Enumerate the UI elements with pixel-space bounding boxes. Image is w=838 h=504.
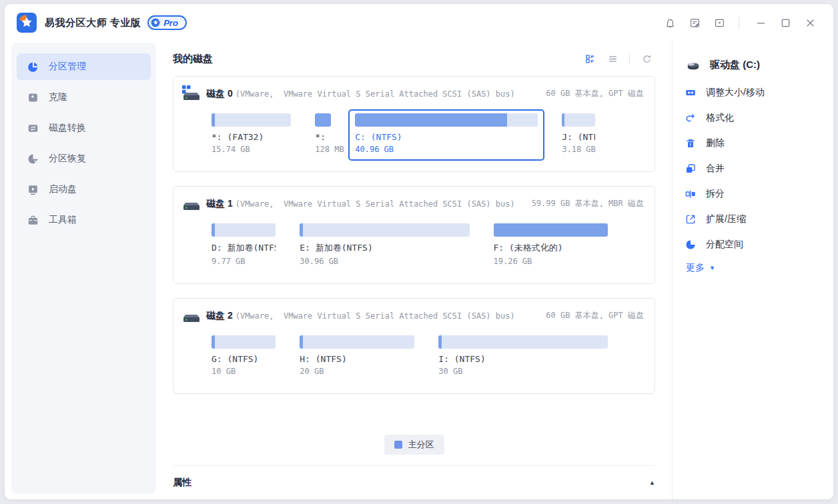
sidebar: 分区管理克隆磁盘转换分区恢复启动盘工具箱 bbox=[11, 43, 156, 494]
legend-label: 主分区 bbox=[408, 439, 434, 451]
action-format[interactable]: 格式化 bbox=[685, 105, 824, 131]
partition-used-fill bbox=[494, 223, 608, 237]
partition-bar[interactable] bbox=[300, 223, 469, 237]
maximize-button[interactable] bbox=[775, 13, 795, 33]
partition-bar[interactable] bbox=[494, 223, 608, 237]
partition-size: 30.96 GB bbox=[300, 257, 469, 266]
partition-block[interactable]: G: (NTFS)10 GB bbox=[205, 331, 282, 383]
chevron-down-icon: ▼ bbox=[709, 265, 715, 271]
partition-bar[interactable] bbox=[355, 113, 538, 127]
app-window: 易我分区大师 专业版 ★ Pro bbox=[4, 3, 834, 500]
partition-bar[interactable] bbox=[212, 223, 276, 237]
pro-label: Pro bbox=[163, 18, 179, 28]
disk-description: (VMware, VMware Virtual S Serial Attache… bbox=[236, 199, 515, 209]
selected-drive-header: 驱动盘 (C:) bbox=[685, 56, 824, 73]
collapse-caret-icon[interactable]: ▲ bbox=[649, 479, 655, 486]
disk-card: 磁盘 2(VMware, VMware Virtual S Serial Att… bbox=[173, 298, 655, 394]
action-delete[interactable]: 删除 bbox=[685, 131, 824, 156]
partition-bar[interactable] bbox=[212, 335, 276, 349]
partition-size: 15.74 GB bbox=[212, 145, 291, 154]
partition-used-fill bbox=[315, 113, 331, 127]
partition-block[interactable]: *: (FAT32)15.74 GB bbox=[205, 109, 298, 161]
partition-used-fill bbox=[562, 113, 564, 127]
sidebar-item-label: 启动盘 bbox=[49, 183, 77, 195]
partition-label: E: 新加卷(NTFS) bbox=[300, 242, 469, 254]
partition-size: 3.18 GB bbox=[562, 145, 595, 154]
more-button[interactable]: 更多 ▼ bbox=[685, 262, 824, 274]
refresh-icon[interactable] bbox=[638, 50, 655, 67]
partition-size: 20 GB bbox=[300, 367, 414, 376]
partition-label: G: (NTFS) bbox=[212, 354, 276, 364]
properties-title: 属性 bbox=[173, 477, 191, 489]
sidebar-item-label: 分区恢复 bbox=[49, 153, 86, 165]
bell-icon[interactable] bbox=[660, 13, 680, 33]
partition-used-fill bbox=[212, 113, 215, 127]
drive-icon bbox=[685, 56, 702, 73]
sidebar-item-label: 工具箱 bbox=[49, 214, 77, 226]
action-split[interactable]: 拆分 bbox=[685, 181, 824, 207]
disk-description: (VMware, VMware Virtual S Serial Attache… bbox=[236, 89, 515, 99]
action-merge[interactable]: 合并 bbox=[685, 156, 824, 181]
resize-move-icon bbox=[685, 87, 697, 99]
view-tools-divider bbox=[629, 53, 630, 65]
partition-size: 40.96 GB bbox=[355, 145, 538, 154]
action-extend-shrink[interactable]: 扩展/压缩 bbox=[685, 207, 824, 232]
feedback-icon[interactable] bbox=[685, 13, 705, 33]
sidebar-item-partition-recovery[interactable]: 分区恢复 bbox=[17, 145, 151, 172]
close-button[interactable] bbox=[800, 13, 820, 33]
disk-icon bbox=[180, 195, 201, 213]
sidebar-item-bootable-disk[interactable]: 启动盘 bbox=[17, 176, 151, 203]
partition-bar[interactable] bbox=[212, 113, 291, 127]
partition-block[interactable]: C: (NTFS)40.96 GB bbox=[348, 109, 544, 161]
partition-label: I: (NTFS) bbox=[438, 354, 608, 364]
disk-name: 磁盘 0 bbox=[206, 88, 233, 100]
minimize-button[interactable] bbox=[751, 13, 771, 33]
pro-badge: ★ Pro bbox=[147, 15, 187, 30]
bootable-disk-icon bbox=[27, 183, 39, 196]
disk-convert-icon bbox=[27, 122, 39, 135]
partition-size: 9.77 GB bbox=[212, 257, 276, 266]
partition-block[interactable]: F: (未格式化的)19.26 GB bbox=[487, 219, 615, 273]
properties-bar[interactable]: 属性 ▲ bbox=[173, 465, 655, 499]
titlebar-divider bbox=[739, 16, 739, 29]
partition-block[interactable]: H: (NTFS)20 GB bbox=[293, 331, 421, 383]
action-resize-move[interactable]: 调整大小/移动 bbox=[685, 80, 824, 105]
disk-capacity-info: 60 GB 基本盘, GPT 磁盘 bbox=[539, 310, 644, 321]
sidebar-item-pie-chart[interactable]: 分区管理 bbox=[17, 53, 151, 80]
more-label: 更多 bbox=[686, 262, 705, 274]
split-icon bbox=[685, 188, 697, 200]
list-view-icon[interactable] bbox=[604, 50, 621, 67]
grid-view-icon[interactable] bbox=[581, 50, 598, 67]
partition-bar[interactable] bbox=[300, 335, 414, 349]
disk-card: 磁盘 1(VMware, VMware Virtual S Serial Att… bbox=[173, 186, 655, 284]
partition-bar[interactable] bbox=[562, 113, 595, 127]
disk-header: 磁盘 2(VMware, VMware Virtual S Serial Att… bbox=[180, 307, 644, 325]
sidebar-item-label: 克隆 bbox=[49, 91, 67, 103]
disk-card: 磁盘 0(VMware, VMware Virtual S Serial Att… bbox=[173, 76, 655, 172]
partition-bar[interactable] bbox=[438, 335, 608, 349]
partition-label: H: (NTFS) bbox=[300, 354, 414, 364]
main-header: 我的磁盘 bbox=[173, 41, 655, 76]
disk-name: 磁盘 2 bbox=[206, 310, 233, 322]
partition-used-fill bbox=[212, 335, 215, 349]
action-label: 格式化 bbox=[706, 112, 734, 124]
toolbox-icon bbox=[27, 214, 39, 227]
partition-block[interactable]: E: 新加卷(NTFS)30.96 GB bbox=[293, 219, 476, 273]
main-content: 我的磁盘 磁盘 0(VMware, VMware Virtual S Seria… bbox=[156, 41, 672, 499]
partition-block[interactable]: D: 新加卷(NTFS)9.77 GB bbox=[205, 219, 282, 273]
sidebar-item-toolbox[interactable]: 工具箱 bbox=[17, 207, 151, 233]
sidebar-item-disk-convert[interactable]: 磁盘转换 bbox=[17, 115, 151, 141]
extend-shrink-icon bbox=[685, 213, 697, 225]
partition-bar[interactable] bbox=[315, 113, 331, 127]
sidebar-item-clone[interactable]: 克隆 bbox=[17, 84, 151, 111]
partition-block[interactable]: J: (NTFS)3.18 GB bbox=[555, 109, 602, 161]
action-allocate-space[interactable]: 分配空间 bbox=[685, 232, 824, 257]
partition-size: 10 GB bbox=[212, 367, 276, 376]
dropdown-icon[interactable] bbox=[709, 13, 729, 33]
action-label: 分配空间 bbox=[706, 239, 743, 251]
partition-block[interactable]: I: (NTFS)30 GB bbox=[432, 331, 614, 383]
partition-label: F: (未格式化的) bbox=[494, 242, 608, 254]
partition-block[interactable]: *: (···128 MB bbox=[308, 109, 338, 161]
action-label: 合并 bbox=[706, 163, 725, 175]
action-panel: 驱动盘 (C:) 调整大小/移动格式化删除合并拆分扩展/压缩分配空间 更多 ▼ bbox=[672, 41, 833, 499]
